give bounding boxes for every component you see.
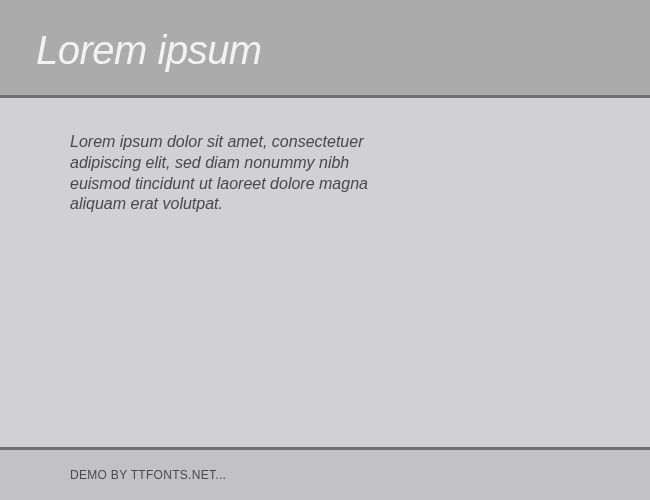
body-paragraph: Lorem ipsum dolor sit amet, consectetuer… — [70, 132, 400, 215]
footer-bar: DEMO BY TTFONTS.NET... — [0, 447, 650, 500]
footer-text: DEMO BY TTFONTS.NET... — [70, 468, 580, 482]
header-bar: Lorem ipsum — [0, 0, 650, 98]
page-title: Lorem ipsum — [36, 28, 614, 73]
content-area: Lorem ipsum dolor sit amet, consectetuer… — [0, 98, 650, 447]
